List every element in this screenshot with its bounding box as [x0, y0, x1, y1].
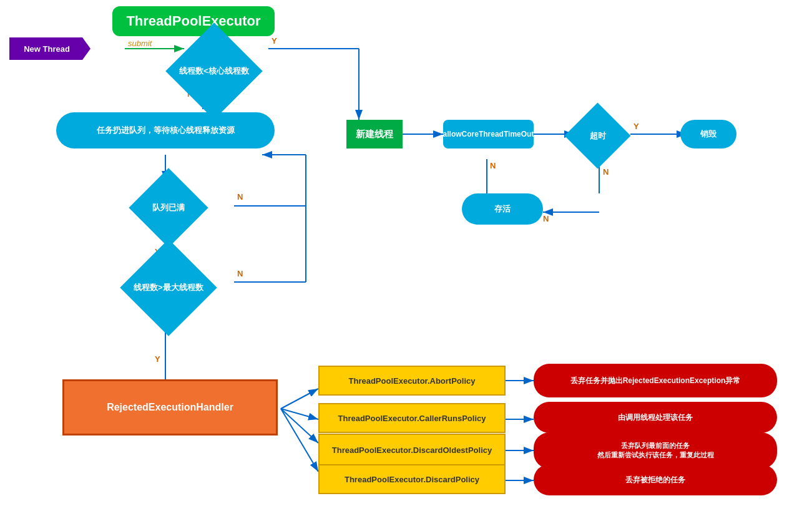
- svg-text:Y: Y: [271, 36, 277, 46]
- svg-text:N: N: [490, 161, 496, 170]
- action4-box: 丢弃被拒绝的任务: [534, 464, 777, 495]
- check-max-threads-diamond: 线程数>最大线程数: [122, 255, 215, 320]
- action1-box: 丢弃任务并抛出RejectedExecutionException异常: [534, 364, 777, 397]
- svg-line-23: [281, 409, 318, 443]
- policy3-box: ThreadPoolExecutor.DiscardOldestPolicy: [318, 434, 506, 467]
- svg-line-21: [281, 389, 318, 409]
- title-box: ThreadPoolExecutor: [112, 6, 275, 36]
- policy1-box: ThreadPoolExecutor.AbortPolicy: [318, 366, 506, 396]
- new-thread-label: New Thread: [9, 37, 90, 60]
- svg-text:Y: Y: [155, 354, 160, 364]
- svg-text:Y: Y: [633, 122, 639, 131]
- new-thread-box: 新建线程: [346, 120, 403, 148]
- svg-line-22: [281, 409, 318, 419]
- svg-text:N: N: [237, 269, 243, 278]
- svg-text:N: N: [237, 192, 243, 202]
- svg-text:N: N: [543, 214, 549, 223]
- action3-box: 丢弃队列最前面的任务 然后重新尝试执行该任务，重复此过程: [534, 432, 777, 469]
- policy4-box: ThreadPoolExecutor.DiscardPolicy: [318, 464, 506, 494]
- survive-box: 存活: [462, 193, 543, 225]
- svg-text:N: N: [603, 167, 609, 177]
- action2-box: 由调用线程处理该任务: [534, 402, 777, 433]
- check-core-threads-diamond: 线程数<核心线程数: [161, 44, 267, 99]
- submit-label: submit: [128, 39, 152, 48]
- check-queue-full-diamond: 队列已满: [134, 175, 203, 240]
- policy2-box: ThreadPoolExecutor.CallerRunsPolicy: [318, 403, 506, 433]
- flowchart-diagram: Y N N Y N Y Y N N N ThreadPoolExecutor N…: [0, 0, 812, 506]
- allow-core-timeout-box: allowCoreThreadTimeOut: [443, 120, 534, 148]
- svg-line-24: [281, 409, 318, 472]
- destroy-box: 销毁: [680, 120, 736, 148]
- queue-task-box: 任务扔进队列，等待核心线程释放资源: [56, 112, 275, 148]
- rejected-handler-box: RejectedExecutionHandler: [62, 379, 278, 435]
- check-timeout-diamond: 超时: [562, 110, 633, 160]
